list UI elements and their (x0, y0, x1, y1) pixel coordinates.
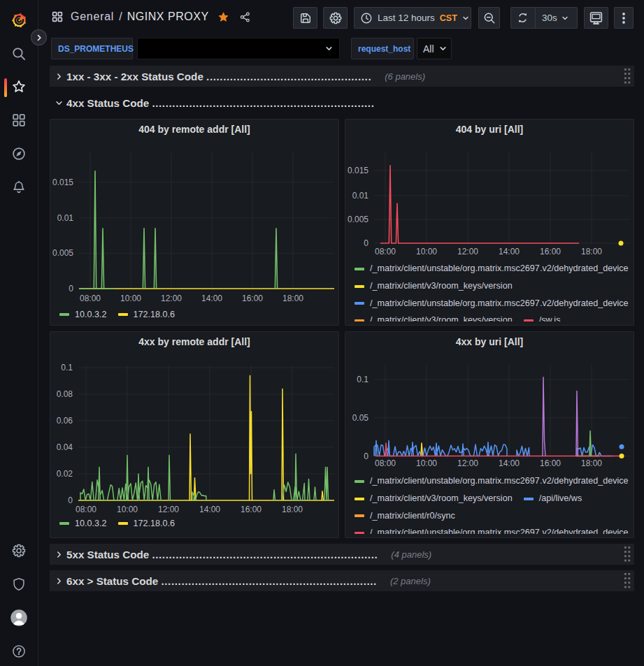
svg-text:08:00: 08:00 (375, 458, 396, 468)
svg-text:16:00: 16:00 (540, 247, 561, 256)
svg-text:18:00: 18:00 (282, 294, 303, 303)
svg-text:14:00: 14:00 (201, 294, 222, 303)
svg-text:0.01: 0.01 (352, 191, 369, 201)
svg-text:14:00: 14:00 (199, 505, 220, 514)
svg-text:12:00: 12:00 (161, 294, 182, 303)
svg-text:0.1: 0.1 (357, 375, 368, 384)
svg-text:10:00: 10:00 (416, 247, 437, 256)
svg-text:0.02: 0.02 (57, 469, 73, 479)
svg-text:0: 0 (364, 451, 368, 461)
svg-text:0.1: 0.1 (61, 363, 73, 372)
svg-text:0.08: 0.08 (57, 389, 73, 399)
svg-text:18:00: 18:00 (581, 247, 602, 256)
svg-text:12:00: 12:00 (158, 505, 179, 514)
svg-text:0.015: 0.015 (348, 166, 368, 175)
svg-text:0.04: 0.04 (57, 442, 73, 452)
svg-text:08:00: 08:00 (375, 247, 396, 256)
svg-text:08:00: 08:00 (76, 505, 96, 514)
svg-text:16:00: 16:00 (241, 505, 262, 514)
svg-text:18:00: 18:00 (581, 458, 602, 468)
svg-text:16:00: 16:00 (540, 458, 561, 468)
svg-text:0: 0 (364, 238, 368, 248)
svg-text:0: 0 (69, 284, 73, 294)
svg-text:0: 0 (68, 495, 73, 505)
svg-text:18:00: 18:00 (282, 505, 303, 514)
svg-text:10:00: 10:00 (416, 458, 437, 468)
svg-text:16:00: 16:00 (242, 294, 263, 303)
svg-text:0.005: 0.005 (348, 215, 368, 224)
svg-text:10:00: 10:00 (117, 505, 138, 514)
svg-text:0.015: 0.015 (52, 178, 73, 187)
svg-text:14:00: 14:00 (499, 247, 520, 256)
svg-text:12:00: 12:00 (457, 458, 478, 468)
svg-text:12:00: 12:00 (457, 247, 478, 256)
svg-text:0.01: 0.01 (57, 213, 74, 223)
svg-text:0.005: 0.005 (52, 248, 73, 258)
svg-text:08:00: 08:00 (80, 294, 101, 303)
svg-text:0.05: 0.05 (352, 413, 369, 423)
svg-text:14:00: 14:00 (499, 458, 520, 468)
svg-text:10:00: 10:00 (120, 294, 141, 303)
svg-text:0.06: 0.06 (57, 416, 73, 426)
